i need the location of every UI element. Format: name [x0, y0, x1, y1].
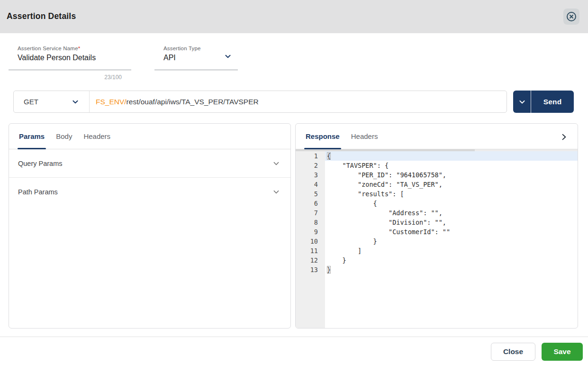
request-tabbar: ParamsBodyHeaders — [9, 124, 290, 149]
tab-params[interactable]: Params — [18, 124, 46, 149]
assertion-type-field[interactable]: Assertion Type API — [154, 44, 238, 70]
line-number: 2 — [296, 161, 325, 170]
code-text: "CustomerId": "" — [325, 227, 578, 237]
code-line: 4 "zoneCd": "TA_VS_PER", — [296, 180, 578, 189]
code-text: "Address": "", — [325, 208, 578, 218]
assertion-type-label: Assertion Type — [154, 44, 238, 51]
accordion-label: Query Params — [18, 160, 271, 167]
code-line: 10 } — [296, 237, 578, 246]
request-panel: ParamsBodyHeaders Query ParamsPath Param… — [9, 123, 291, 328]
http-method-select[interactable]: GET — [14, 91, 90, 112]
code-text: { — [325, 151, 578, 161]
code-text: ] — [325, 246, 578, 256]
assertion-service-name-input[interactable] — [18, 54, 127, 62]
character-counter: 23/100 — [9, 74, 131, 81]
code-line: 11 ] — [296, 246, 578, 256]
url-path: rest/ouaf/api/iws/TA_VS_PER/TAVSPER — [127, 98, 259, 106]
send-options-caret[interactable] — [513, 91, 531, 113]
code-text: "zoneCd": "TA_VS_PER", — [325, 180, 578, 189]
chevron-down-icon — [223, 51, 233, 62]
line-number: 12 — [296, 256, 325, 265]
request-url-bar: GET FS_ENV/rest/ouaf/api/iws/TA_VS_PER/T… — [13, 91, 507, 113]
assertion-service-name-field: Assertion Service Name* — [9, 44, 131, 70]
code-text: "PER_ID": "9641065758", — [325, 170, 578, 180]
line-number: 4 — [296, 180, 325, 189]
chevron-down-icon — [517, 97, 527, 107]
save-button[interactable]: Save — [542, 343, 583, 361]
tab-headers[interactable]: Headers — [82, 124, 112, 149]
close-button[interactable]: Close — [491, 343, 535, 361]
accordion-label: Path Params — [18, 188, 271, 196]
line-number: 8 — [296, 218, 325, 227]
code-line: 6 { — [296, 199, 578, 208]
code-text: } — [325, 237, 578, 246]
response-json-editor[interactable]: 1{2 "TAVSPER": {3 "PER_ID": "9641065758"… — [296, 151, 578, 328]
code-line: 12 } — [296, 256, 578, 265]
code-text: "results": [ — [325, 189, 578, 199]
line-number: 3 — [296, 170, 325, 180]
tab-headers[interactable]: Headers — [350, 124, 380, 149]
accordion-query-params[interactable]: Query Params — [9, 149, 290, 178]
accordion-path-params[interactable]: Path Params — [9, 178, 290, 206]
line-number: 7 — [296, 208, 325, 218]
code-line: 3 "PER_ID": "9641065758", — [296, 170, 578, 180]
line-number: 5 — [296, 189, 325, 199]
code-line: 9 "CustomerId": "" — [296, 227, 578, 237]
chevron-down-icon — [271, 158, 281, 169]
send-split-button: Send — [513, 91, 574, 113]
required-asterisk: * — [78, 46, 81, 51]
code-text: "TAVSPER": { — [325, 161, 578, 170]
code-line: 2 "TAVSPER": { — [296, 161, 578, 170]
line-number: 6 — [296, 199, 325, 208]
assertion-details-dialog: Assertion Details Assertion Service Name… — [0, 0, 588, 365]
response-panel: ResponseHeaders 1{2 "TAVSPER": {3 "PER_I… — [295, 123, 578, 328]
chevron-down-icon — [271, 187, 281, 197]
close-dialog-button[interactable] — [563, 9, 579, 25]
send-button[interactable]: Send — [531, 91, 574, 113]
tab-body[interactable]: Body — [54, 124, 73, 149]
http-method-value: GET — [14, 98, 70, 106]
tab-response[interactable]: Response — [304, 124, 341, 149]
response-tabbar: ResponseHeaders — [296, 124, 578, 149]
line-number: 1 — [296, 151, 325, 161]
dialog-header: Assertion Details — [0, 0, 588, 33]
line-number: 13 — [296, 265, 325, 274]
code-line: 5 "results": [ — [296, 189, 578, 199]
code-text: } — [325, 265, 578, 274]
dialog-title: Assertion Details — [7, 11, 76, 21]
code-text: } — [325, 256, 578, 265]
code-line: 7 "Address": "", — [296, 208, 578, 218]
chevron-right-icon — [559, 132, 569, 142]
circle-x-close-icon — [565, 10, 578, 23]
code-text: { — [325, 199, 578, 208]
code-line: 8 "Division": "", — [296, 218, 578, 227]
code-line: 1{ — [296, 151, 578, 161]
line-number: 10 — [296, 237, 325, 246]
assertion-service-name-label: Assertion Service Name* — [9, 44, 131, 51]
url-env-prefix: FS_ENV/ — [96, 98, 127, 106]
chevron-down-icon — [70, 97, 81, 107]
request-url-input[interactable]: FS_ENV/rest/ouaf/api/iws/TA_VS_PER/TAVSP… — [90, 91, 507, 112]
line-number: 9 — [296, 227, 325, 237]
line-number: 11 — [296, 246, 325, 256]
params-accordion: Query ParamsPath Params — [9, 149, 290, 206]
code-line: 13} — [296, 265, 578, 274]
footer-divider — [0, 337, 588, 337]
expand-panel-button[interactable] — [558, 131, 570, 143]
code-text: "Division": "", — [325, 218, 578, 227]
